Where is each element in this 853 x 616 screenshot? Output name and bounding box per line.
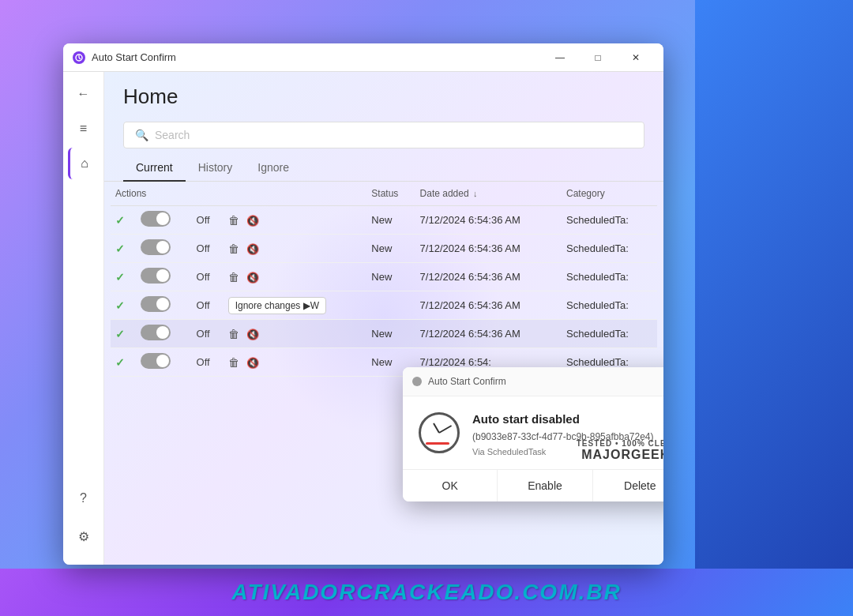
row-category: ScheduledTa: [562, 291, 657, 320]
watermark-tested-text: TESTED • 100% CLEAN [577, 439, 663, 448]
row-actions-icons: 🗑 🔇 [224, 348, 367, 377]
dialog-footer: OK Enable Delete [403, 469, 663, 501]
row-check: ✓ [111, 235, 136, 263]
svg-line-2 [79, 58, 81, 59]
bottom-banner-text: ATIVADORCRACKEADO.COM.BR [231, 580, 621, 605]
minimize-button[interactable]: — [542, 43, 578, 72]
row-off-label: Off [189, 320, 224, 348]
tab-ignore[interactable]: Ignore [245, 155, 302, 182]
right-panel [695, 0, 853, 616]
ignore-changes-button[interactable]: Ignore changes ▶W [228, 297, 326, 314]
title-bar: Auto Start Confirm — □ ✕ [63, 43, 663, 72]
dialog-close-button[interactable]: ✕ [659, 374, 663, 389]
tab-bar: Current History Ignore [104, 155, 663, 182]
help-button[interactable]: ? [68, 483, 100, 514]
page-title: Home [123, 85, 644, 109]
notification-dialog: Auto Start Confirm ✕ Auto start di [403, 367, 663, 501]
row-status: New [366, 263, 415, 291]
window-body: ← ≡ ⌂ ? ⚙ Home [63, 72, 663, 565]
sidebar-bottom: ? ⚙ [68, 483, 100, 555]
row-toggle[interactable] [136, 320, 189, 348]
row-toggle[interactable] [136, 206, 189, 235]
mute-icon[interactable]: 🔇 [246, 215, 259, 227]
mute-icon[interactable]: 🔇 [246, 357, 259, 369]
watermark: TESTED • 100% CLEAN MAJORGEEKS [577, 439, 663, 462]
mute-icon[interactable]: 🔇 [246, 329, 259, 340]
row-category: ScheduledTa: [562, 320, 657, 348]
dialog-title: Auto Start Confirm [428, 376, 659, 387]
main-window: Auto Start Confirm — □ ✕ ← ≡ ⌂ ? [63, 43, 663, 565]
trash-icon[interactable]: 🗑 [228, 356, 239, 369]
row-date: 7/12/2024 6:54:36 AM [415, 263, 562, 291]
search-bar[interactable]: 🔍 Search [123, 122, 644, 148]
settings-button[interactable]: ⚙ [68, 520, 100, 552]
window-title: Auto Start Confirm [92, 51, 542, 63]
menu-button[interactable]: ≡ [68, 113, 100, 145]
tab-current[interactable]: Current [123, 155, 186, 182]
table-row: ✓ Off 🗑 🔇 New 7/12/2024 6:54:36 AM Sched… [111, 320, 657, 348]
row-status: New [366, 206, 415, 235]
dialog-titlebar: Auto Start Confirm ✕ [403, 367, 663, 396]
mute-icon[interactable]: 🔇 [246, 243, 259, 255]
date-added-header: Date added ↓ [415, 182, 562, 206]
row-actions-icons: 🗑 🔇 [224, 235, 367, 263]
row-check: ✓ [111, 320, 136, 348]
trash-icon[interactable]: 🗑 [228, 242, 239, 255]
row-date: 7/12/2024 6:54:36 AM [415, 291, 562, 320]
main-content: Home 🔍 Search Current History Ignore [104, 72, 663, 565]
mute-icon[interactable]: 🔇 [246, 272, 259, 284]
row-category: ScheduledTa: [562, 206, 657, 235]
maximize-button[interactable]: □ [580, 43, 616, 72]
row-actions-icons: 🗑 🔇 [224, 320, 367, 348]
status-header: Status [366, 182, 415, 206]
trash-icon[interactable]: 🗑 [228, 328, 239, 340]
data-table: Actions Status Date added ↓ [111, 182, 657, 377]
dialog-main-text: Auto start disabled [472, 412, 663, 426]
bottom-banner: ATIVADORCRACKEADO.COM.BR [0, 569, 853, 616]
actions-header: Actions [111, 182, 366, 206]
row-off-label: Off [189, 291, 224, 320]
app-icon [73, 51, 85, 64]
row-check: ✓ [111, 263, 136, 291]
row-actions-icons: 🗑 🔇 [224, 206, 367, 235]
back-button[interactable]: ← [68, 78, 100, 110]
trash-icon[interactable]: 🗑 [228, 214, 239, 227]
row-date: 7/12/2024 6:54:36 AM [415, 235, 562, 263]
row-check: ✓ [111, 291, 136, 320]
dialog-backdrop: Auto Start Confirm ✕ Auto start di [403, 367, 663, 501]
sort-arrow-icon: ↓ [473, 189, 478, 198]
dialog-icon [412, 377, 422, 386]
settings-icon: ⚙ [78, 529, 89, 544]
table-row: ✓ Off 🗑 🔇 New 7/12/2024 6:54:36 AM Sched… [111, 206, 657, 235]
table-row: ✓ Off Ignore changes ▶W 7/12/2024 6:54:3… [111, 291, 657, 320]
sidebar-item-home[interactable]: ⌂ [68, 148, 100, 179]
close-button[interactable]: ✕ [618, 43, 654, 72]
row-toggle[interactable] [136, 291, 189, 320]
row-off-label: Off [189, 263, 224, 291]
row-category: ScheduledTa: [562, 263, 657, 291]
sidebar: ← ≡ ⌂ ? ⚙ [63, 72, 104, 565]
row-off-label: Off [189, 348, 224, 377]
row-toggle[interactable] [136, 263, 189, 291]
ok-button[interactable]: OK [403, 470, 498, 501]
row-off-label: Off [189, 235, 224, 263]
content-header: Home [104, 72, 663, 115]
clock-icon [419, 412, 460, 453]
enable-button[interactable]: Enable [498, 470, 592, 501]
table-row: ✓ Off 🗑 🔇 New 7/12/2024 6:54:36 AM Sched… [111, 235, 657, 263]
delete-button[interactable]: Delete [593, 470, 663, 501]
tab-history[interactable]: History [186, 155, 246, 182]
clock-minute-hand [439, 425, 453, 434]
search-placeholder: Search [155, 129, 190, 141]
row-status [366, 291, 415, 320]
home-icon: ⌂ [81, 156, 88, 171]
search-icon: 🔍 [135, 129, 148, 141]
row-toggle[interactable] [136, 235, 189, 263]
row-status: New [366, 235, 415, 263]
watermark-site-text: MAJORGEEKS [577, 448, 663, 462]
row-ignore-btn-cell: Ignore changes ▶W [224, 291, 367, 320]
row-status: New [366, 320, 415, 348]
row-toggle[interactable] [136, 348, 189, 377]
row-check: ✓ [111, 348, 136, 377]
trash-icon[interactable]: 🗑 [228, 271, 239, 284]
